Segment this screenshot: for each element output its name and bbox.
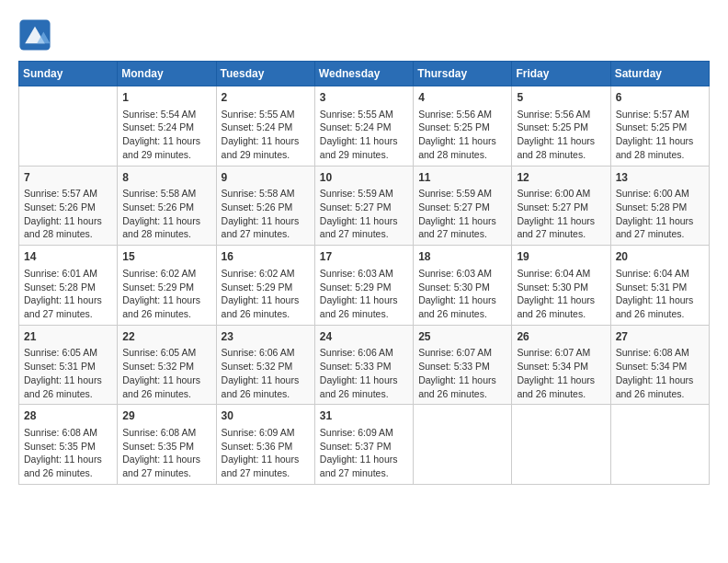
day-info: Sunrise: 6:00 AMSunset: 5:28 PMDaylight:… — [616, 187, 704, 241]
day-number: 8 — [122, 170, 210, 186]
sunrise-text: Sunrise: 6:08 AM — [122, 426, 210, 440]
daylight-text-cont: and 28 minutes. — [122, 227, 210, 241]
sunrise-text: Sunrise: 6:07 AM — [418, 346, 506, 360]
calendar-cell: 23Sunrise: 6:06 AMSunset: 5:32 PMDayligh… — [216, 325, 314, 405]
header-tuesday: Tuesday — [216, 62, 314, 86]
day-info: Sunrise: 5:59 AMSunset: 5:27 PMDaylight:… — [418, 187, 506, 241]
sunrise-text: Sunrise: 6:05 AM — [122, 346, 210, 360]
daylight-text: Daylight: 11 hours — [418, 214, 506, 228]
day-info: Sunrise: 6:08 AMSunset: 5:35 PMDaylight:… — [122, 426, 210, 480]
calendar-cell: 10Sunrise: 5:59 AMSunset: 5:27 PMDayligh… — [314, 166, 413, 246]
sunrise-text: Sunrise: 5:59 AM — [418, 187, 506, 201]
day-number: 19 — [517, 249, 605, 265]
header-wednesday: Wednesday — [314, 62, 413, 86]
daylight-text-cont: and 29 minutes. — [222, 148, 310, 162]
calendar-cell: 25Sunrise: 6:07 AMSunset: 5:33 PMDayligh… — [414, 325, 512, 405]
day-info: Sunrise: 6:05 AMSunset: 5:32 PMDaylight:… — [122, 346, 210, 400]
day-number: 7 — [24, 170, 112, 186]
calendar-cell: 20Sunrise: 6:04 AMSunset: 5:31 PMDayligh… — [610, 246, 709, 326]
sunset-text: Sunset: 5:32 PM — [122, 360, 210, 373]
calendar-cell: 12Sunrise: 6:00 AMSunset: 5:27 PMDayligh… — [512, 166, 610, 246]
day-info: Sunrise: 6:03 AMSunset: 5:30 PMDaylight:… — [418, 267, 506, 321]
day-number: 24 — [320, 329, 408, 345]
day-info: Sunrise: 5:55 AMSunset: 5:24 PMDaylight:… — [320, 108, 408, 162]
day-number: 11 — [418, 170, 506, 186]
calendar-cell — [610, 405, 709, 485]
calendar-cell: 3Sunrise: 5:55 AMSunset: 5:24 PMDaylight… — [314, 86, 413, 167]
daylight-text: Daylight: 11 hours — [418, 134, 506, 148]
daylight-text-cont: and 26 minutes. — [418, 307, 506, 321]
calendar-cell: 17Sunrise: 6:03 AMSunset: 5:29 PMDayligh… — [314, 246, 413, 326]
sunset-text: Sunset: 5:35 PM — [24, 440, 112, 454]
daylight-text-cont: and 26 minutes. — [517, 387, 605, 401]
calendar-cell — [414, 405, 512, 485]
daylight-text-cont: and 29 minutes. — [122, 148, 210, 162]
day-number: 12 — [517, 170, 605, 186]
calendar-cell: 14Sunrise: 6:01 AMSunset: 5:28 PMDayligh… — [19, 246, 118, 326]
daylight-text-cont: and 28 minutes. — [517, 148, 605, 162]
calendar-cell: 8Sunrise: 5:58 AMSunset: 5:26 PMDaylight… — [118, 166, 216, 246]
daylight-text-cont: and 27 minutes. — [320, 466, 408, 480]
sunrise-text: Sunrise: 6:09 AM — [222, 426, 310, 440]
sunrise-text: Sunrise: 6:03 AM — [418, 267, 506, 281]
day-number: 6 — [616, 90, 704, 106]
calendar-cell: 27Sunrise: 6:08 AMSunset: 5:34 PMDayligh… — [610, 325, 709, 405]
day-number: 18 — [418, 249, 506, 265]
calendar-cell: 13Sunrise: 6:00 AMSunset: 5:28 PMDayligh… — [610, 166, 709, 246]
daylight-text: Daylight: 11 hours — [517, 214, 605, 228]
day-number: 15 — [122, 249, 210, 265]
day-info: Sunrise: 6:07 AMSunset: 5:33 PMDaylight:… — [418, 346, 506, 400]
calendar-table: SundayMondayTuesdayWednesdayThursdayFrid… — [18, 61, 710, 485]
daylight-text-cont: and 28 minutes. — [24, 227, 112, 241]
day-info: Sunrise: 5:54 AMSunset: 5:24 PMDaylight:… — [122, 108, 210, 162]
sunrise-text: Sunrise: 6:03 AM — [320, 267, 408, 281]
day-info: Sunrise: 6:06 AMSunset: 5:33 PMDaylight:… — [320, 346, 408, 400]
daylight-text-cont: and 26 minutes. — [222, 387, 310, 401]
sunrise-text: Sunrise: 6:06 AM — [222, 346, 310, 360]
daylight-text-cont: and 27 minutes. — [222, 227, 310, 241]
calendar-cell: 5Sunrise: 5:56 AMSunset: 5:25 PMDaylight… — [512, 86, 610, 167]
sunset-text: Sunset: 5:27 PM — [320, 201, 408, 214]
sunset-text: Sunset: 5:36 PM — [222, 440, 310, 454]
sunrise-text: Sunrise: 6:08 AM — [616, 346, 704, 360]
calendar-cell: 9Sunrise: 5:58 AMSunset: 5:26 PMDaylight… — [216, 166, 314, 246]
daylight-text: Daylight: 11 hours — [122, 373, 210, 387]
header-thursday: Thursday — [414, 62, 512, 86]
daylight-text: Daylight: 11 hours — [222, 373, 310, 387]
daylight-text-cont: and 26 minutes. — [616, 387, 704, 401]
day-info: Sunrise: 5:55 AMSunset: 5:24 PMDaylight:… — [222, 108, 310, 162]
daylight-text: Daylight: 11 hours — [320, 214, 408, 228]
sunrise-text: Sunrise: 5:56 AM — [517, 108, 605, 121]
day-number: 4 — [418, 90, 506, 106]
day-info: Sunrise: 6:08 AMSunset: 5:34 PMDaylight:… — [616, 346, 704, 400]
calendar-cell: 18Sunrise: 6:03 AMSunset: 5:30 PMDayligh… — [414, 246, 512, 326]
day-info: Sunrise: 5:57 AMSunset: 5:25 PMDaylight:… — [616, 108, 704, 162]
daylight-text-cont: and 26 minutes. — [320, 387, 408, 401]
daylight-text: Daylight: 11 hours — [616, 373, 704, 387]
daylight-text-cont: and 26 minutes. — [24, 387, 112, 401]
calendar-cell: 1Sunrise: 5:54 AMSunset: 5:24 PMDaylight… — [118, 86, 216, 167]
sunrise-text: Sunrise: 6:04 AM — [616, 267, 704, 281]
sunrise-text: Sunrise: 5:55 AM — [222, 108, 310, 121]
header-saturday: Saturday — [610, 62, 709, 86]
sunrise-text: Sunrise: 6:02 AM — [222, 267, 310, 281]
daylight-text-cont: and 27 minutes. — [517, 227, 605, 241]
daylight-text: Daylight: 11 hours — [122, 134, 210, 148]
sunset-text: Sunset: 5:26 PM — [222, 201, 310, 214]
day-number: 31 — [320, 408, 408, 424]
daylight-text-cont: and 27 minutes. — [418, 227, 506, 241]
day-info: Sunrise: 6:02 AMSunset: 5:29 PMDaylight:… — [222, 267, 310, 321]
daylight-text: Daylight: 11 hours — [222, 134, 310, 148]
calendar-cell: 16Sunrise: 6:02 AMSunset: 5:29 PMDayligh… — [216, 246, 314, 326]
daylight-text: Daylight: 11 hours — [24, 373, 112, 387]
day-info: Sunrise: 6:09 AMSunset: 5:37 PMDaylight:… — [320, 426, 408, 480]
sunrise-text: Sunrise: 6:06 AM — [320, 346, 408, 360]
week-row-0: 1Sunrise: 5:54 AMSunset: 5:24 PMDaylight… — [19, 86, 710, 167]
sunset-text: Sunset: 5:31 PM — [616, 281, 704, 294]
day-number: 30 — [222, 408, 310, 424]
day-number: 17 — [320, 249, 408, 265]
daylight-text-cont: and 27 minutes. — [616, 227, 704, 241]
header-sunday: Sunday — [19, 62, 118, 86]
daylight-text-cont: and 26 minutes. — [517, 307, 605, 321]
day-info: Sunrise: 6:06 AMSunset: 5:32 PMDaylight:… — [222, 346, 310, 400]
